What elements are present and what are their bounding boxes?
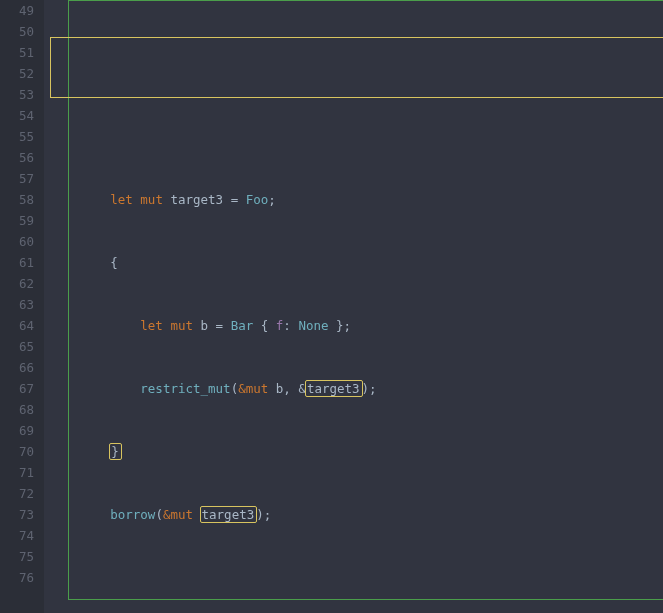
code-line: restrict_mut(&mut b, &target3); [50, 378, 663, 399]
code-line: let mut target3 = Foo; [50, 189, 663, 210]
line-number: 54 [0, 105, 34, 126]
line-number: 62 [0, 273, 34, 294]
highlighted-brace: } [109, 443, 122, 460]
line-number [0, 588, 34, 609]
code-editor[interactable]: 49 50 51 52 53 54 55 56 57 58 59 60 61 6… [0, 0, 663, 613]
line-number: 59 [0, 210, 34, 231]
line-number: 49 [0, 0, 34, 21]
code-area[interactable]: let mut target3 = Foo; { let mut b = Bar… [44, 0, 663, 613]
line-number: 72 [0, 483, 34, 504]
line-number: 51 [0, 42, 34, 63]
line-number: 69 [0, 420, 34, 441]
line-number: 65 [0, 336, 34, 357]
code-line: borrow(&mut target3); [50, 504, 663, 525]
line-number: 61 [0, 252, 34, 273]
line-number: 55 [0, 126, 34, 147]
line-number: 53 [0, 84, 34, 105]
code-line: { [50, 252, 663, 273]
line-number: 70 [0, 441, 34, 462]
line-number-gutter: 49 50 51 52 53 54 55 56 57 58 59 60 61 6… [0, 0, 44, 613]
line-number: 57 [0, 168, 34, 189]
line-number: 64 [0, 315, 34, 336]
line-number: 58 [0, 189, 34, 210]
line-number: 74 [0, 525, 34, 546]
line-number: 73 [0, 504, 34, 525]
highlighted-identifier: target3 [305, 380, 363, 397]
line-number: 66 [0, 357, 34, 378]
line-number: 56 [0, 147, 34, 168]
highlighted-identifier: target3 [200, 506, 258, 523]
code-line: let mut b = Bar { f: None }; [50, 315, 663, 336]
line-number: 75 [0, 546, 34, 567]
line-number: 76 [0, 567, 34, 588]
line-number: 63 [0, 294, 34, 315]
line-number: 60 [0, 231, 34, 252]
code-line: } [50, 441, 663, 462]
line-number: 67 [0, 378, 34, 399]
line-number: 68 [0, 399, 34, 420]
lifetime-region-inner [50, 37, 663, 98]
line-number: 71 [0, 462, 34, 483]
code-line [50, 567, 663, 588]
line-number: 50 [0, 21, 34, 42]
line-number: 52 [0, 63, 34, 84]
